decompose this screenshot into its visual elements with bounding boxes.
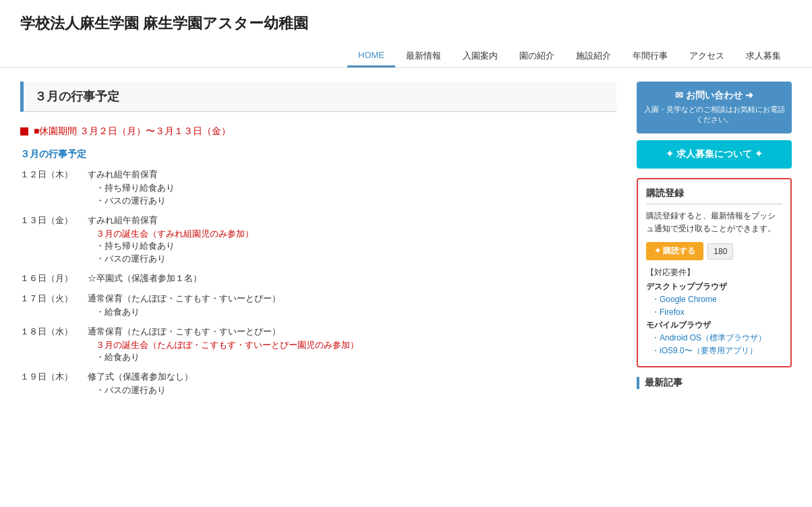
desktop-label: デスクトップブラウザ (646, 281, 782, 293)
schedule-events: ☆卒園式（保護者参加１名） (88, 272, 616, 286)
event-main: 通常保育（たんぽぽ・こすもす・すいーとぴー） (88, 293, 616, 305)
subscribe-button[interactable]: ✦ 購読する (646, 242, 703, 260)
schedule-events: 通常保育（たんぽぽ・こすもす・すいーとぴー）３月の誕生会（たんぽぽ・こすもす・す… (88, 326, 616, 364)
sidebar: ✉ お問い合わせ ➔ 入園・見学などのご相談はお気軽にお電話ください。 ✦ 求人… (637, 82, 792, 404)
event-sub: ・給食あり (88, 351, 616, 363)
schedule-events: すみれ組午前保育・持ち帰り給食あり・バスの運行あり (88, 169, 616, 208)
nav-item-施設紹介[interactable]: 施設紹介 (565, 44, 622, 67)
mobile-browsers: ・Android OS（標準ブラウザ）・iOS9.0〜（要専用アプリ） (646, 332, 782, 357)
latest-articles-heading: 最新記事 (637, 377, 792, 389)
subscription-description: 購読登録すると、最新情報をプッシュ通知で受け取ることができます。 (646, 210, 782, 235)
schedule-item: １７日（火）通常保育（たんぽぽ・こすもす・すいーとぴー）・給食あり (20, 293, 616, 319)
site-title: 学校法人麻生学園 麻生学園アスター幼稚園 (20, 13, 792, 34)
desktop-browser-item: ・Firefox (646, 307, 782, 318)
requirements-label: 【対応要件】 (646, 267, 782, 278)
event-main: すみれ組午前保育 (88, 169, 616, 181)
event-sub: ・給食あり (88, 306, 616, 318)
nav-item-入園案内[interactable]: 入園案内 (452, 44, 509, 67)
schedule-events: すみれ組午前保育３月の誕生会（すみれ組園児のみ参加）・持ち帰り給食あり・バスの運… (88, 214, 616, 266)
schedule-date: １６日（月） (20, 272, 88, 285)
page-title-block: ３月の行事予定 (20, 82, 616, 112)
schedule-list: １２日（木）すみれ組午前保育・持ち帰り給食あり・バスの運行あり１３日（金）すみれ… (20, 169, 616, 397)
contact-button-title: ✉ お問い合わせ ➔ (643, 90, 785, 102)
schedule-events: 通常保育（たんぽぽ・こすもす・すいーとぴー）・給食あり (88, 293, 616, 319)
event-sub: ・持ち帰り給食あり (88, 240, 616, 252)
schedule-item: １３日（金）すみれ組午前保育３月の誕生会（すみれ組園児のみ参加）・持ち帰り給食あ… (20, 214, 616, 266)
recruit-button-label: ✦ 求人募集について ✦ (666, 148, 763, 159)
desktop-browser-item: ・Google Chrome (646, 294, 782, 305)
schedule-events: 修了式（保護者参加なし）・バスの運行あり (88, 371, 616, 397)
event-sub: ・バスの運行あり (88, 384, 616, 396)
desktop-browsers: ・Google Chrome・Firefox (646, 294, 782, 318)
schedule-heading: ３月の行事予定 (20, 148, 616, 160)
schedule-date: １３日（金） (20, 214, 88, 227)
schedule-date: １２日（木） (20, 169, 88, 181)
nav-item-アクセス[interactable]: アクセス (678, 44, 735, 67)
event-sub: ・バスの運行あり (88, 195, 616, 207)
subscription-heading: 購読登録 (646, 187, 782, 204)
subscribe-btn-row: ✦ 購読する 180 (646, 242, 782, 260)
event-birthday: ３月の誕生会（すみれ組園児のみ参加） (88, 228, 616, 240)
event-main: ☆卒園式（保護者参加１名） (88, 272, 616, 285)
page-title: ３月の行事予定 (34, 88, 606, 105)
event-main: 通常保育（たんぽぽ・こすもす・すいーとぴー） (88, 326, 616, 338)
schedule-item: １９日（木）修了式（保護者参加なし）・バスの運行あり (20, 371, 616, 397)
nav-item-園の紹介[interactable]: 園の紹介 (509, 44, 565, 67)
mobile-browser-item: ・iOS9.0〜（要専用アプリ） (646, 345, 782, 357)
event-sub: ・持ち帰り給食あり (88, 182, 616, 194)
contact-button[interactable]: ✉ お問い合わせ ➔ 入園・見学などのご相談はお気軽にお電話ください。 (637, 82, 792, 133)
main-content: ３月の行事予定 ■休園期間 ３月２日（月）〜３月１３日（金） ３月の行事予定 １… (20, 82, 616, 404)
page-wrapper: ３月の行事予定 ■休園期間 ３月２日（月）〜３月１３日（金） ３月の行事予定 １… (0, 68, 812, 417)
main-nav: HOME最新情報入園案内園の紹介施設紹介年間行事アクセス求人募集 (20, 44, 792, 67)
schedule-item: １２日（木）すみれ組午前保育・持ち帰り給食あり・バスの運行あり (20, 169, 616, 208)
mobile-browser-item: ・Android OS（標準ブラウザ） (646, 332, 782, 344)
event-sub: ・バスの運行あり (88, 253, 616, 265)
schedule-date: １７日（火） (20, 293, 88, 305)
nav-item-求人募集[interactable]: 求人募集 (735, 44, 792, 67)
schedule-item: １６日（月）☆卒園式（保護者参加１名） (20, 272, 616, 286)
schedule-date: １８日（水） (20, 326, 88, 338)
schedule-item: １８日（水）通常保育（たんぽぽ・こすもす・すいーとぴー）３月の誕生会（たんぽぽ・… (20, 326, 616, 364)
contact-button-sub: 入園・見学などのご相談はお気軽にお電話ください。 (643, 105, 785, 125)
holiday-notice: ■休園期間 ３月２日（月）〜３月１３日（金） (20, 125, 616, 138)
nav-item-最新情報[interactable]: 最新情報 (395, 44, 452, 67)
red-square-icon (20, 127, 28, 136)
holiday-label: ■休園期間 (34, 125, 77, 136)
subscription-box: 購読登録 購読登録すると、最新情報をプッシュ通知で受け取ることができます。 ✦ … (637, 178, 792, 367)
event-birthday: ３月の誕生会（たんぽぽ・こすもす・すいーとぴー園児のみ参加） (88, 339, 616, 351)
requirements-section: 【対応要件】 デスクトップブラウザ ・Google Chrome・Firefox… (646, 267, 782, 357)
schedule-date: １９日（木） (20, 371, 88, 383)
site-header: 学校法人麻生学園 麻生学園アスター幼稚園 HOME最新情報入園案内園の紹介施設紹… (0, 0, 812, 68)
subscribe-count: 180 (707, 243, 733, 260)
recruit-button[interactable]: ✦ 求人募集について ✦ (637, 140, 792, 169)
event-main: すみれ組午前保育 (88, 214, 616, 227)
holiday-dates: ３月２日（月）〜３月１３日（金） (80, 125, 231, 136)
event-main: 修了式（保護者参加なし） (88, 371, 616, 383)
nav-item-HOME[interactable]: HOME (347, 44, 395, 67)
mobile-label: モバイルブラウザ (646, 320, 782, 331)
nav-item-年間行事[interactable]: 年間行事 (622, 44, 678, 67)
